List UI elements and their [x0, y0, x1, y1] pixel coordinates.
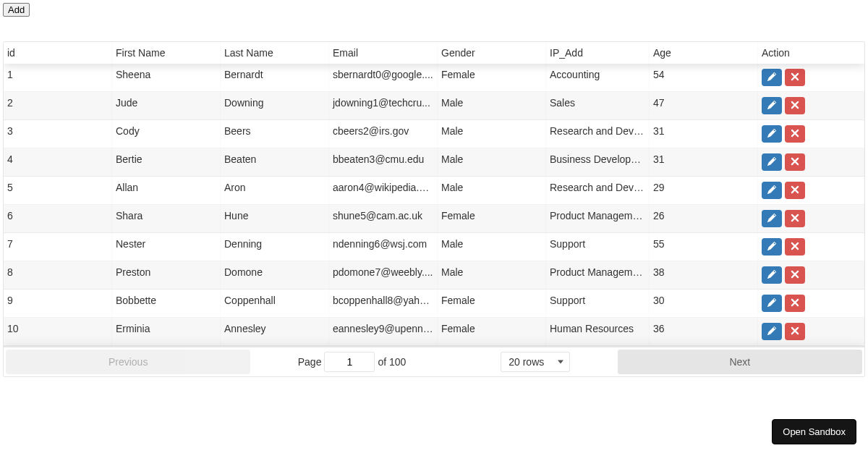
delete-button[interactable] [785, 69, 805, 86]
cell-gender: Female [438, 64, 546, 91]
table-row: 2JudeDowningjdowning1@techcru...MaleSale… [4, 92, 864, 120]
delete-button[interactable] [785, 295, 805, 312]
cell-id: 8 [4, 261, 112, 289]
next-button[interactable]: Next [618, 350, 862, 374]
cell-last-name: Annesley [221, 318, 329, 345]
previous-button[interactable]: Previous [6, 350, 250, 374]
cell-last-name: Denning [221, 233, 329, 261]
edit-button[interactable] [762, 295, 782, 312]
delete-button[interactable] [785, 210, 805, 227]
cell-id: 3 [4, 120, 112, 148]
cell-first-name: Jude [112, 92, 221, 119]
delete-button[interactable] [785, 182, 805, 199]
cell-age: 29 [650, 177, 758, 204]
cell-first-name: Erminia [112, 318, 221, 345]
table-row: 6SharaHuneshune5@cam.ac.ukFemaleProduct … [4, 205, 864, 233]
data-table: id First Name Last Name Email Gender IP_… [3, 41, 865, 377]
cell-age: 38 [650, 261, 758, 289]
cell-last-name: Aron [221, 177, 329, 204]
cell-first-name: Preston [112, 261, 221, 289]
col-header-email[interactable]: Email [329, 42, 438, 64]
cell-email: sbernardt0@google.... [329, 64, 438, 91]
edit-button[interactable] [762, 125, 782, 143]
delete-button[interactable] [785, 153, 805, 171]
cell-ip-add: Support [546, 290, 650, 317]
delete-button[interactable] [785, 97, 805, 114]
cell-email: shune5@cam.ac.uk [329, 205, 438, 232]
page-label: Page [298, 356, 322, 368]
pencil-icon [767, 156, 776, 168]
cell-gender: Male [438, 120, 546, 148]
delete-button[interactable] [785, 323, 805, 340]
pencil-icon [767, 185, 776, 196]
pencil-icon [767, 128, 776, 140]
cell-first-name: Allan [112, 177, 221, 204]
delete-button[interactable] [785, 266, 805, 284]
cell-action [758, 148, 864, 176]
table-row: 4BertieBeatenbbeaten3@cmu.eduMaleBusines… [4, 148, 864, 177]
cell-action [758, 177, 864, 204]
cell-last-name: Beaten [221, 148, 329, 176]
x-icon [791, 156, 799, 168]
cell-gender: Male [438, 92, 546, 119]
cell-id: 1 [4, 64, 112, 91]
cell-last-name: Beers [221, 120, 329, 148]
col-header-gender[interactable]: Gender [438, 42, 546, 64]
edit-button[interactable] [762, 69, 782, 86]
cell-first-name: Sheena [112, 64, 221, 91]
cell-action [758, 233, 864, 261]
cell-id: 6 [4, 205, 112, 232]
page-size-select[interactable]: 20 rows [501, 352, 570, 372]
edit-button[interactable] [762, 153, 782, 171]
pencil-icon [767, 72, 776, 83]
cell-action [758, 120, 864, 148]
edit-button[interactable] [762, 323, 782, 340]
cell-email: ndenning6@wsj.com [329, 233, 438, 261]
col-header-action[interactable]: Action [758, 42, 864, 64]
table-row: 9BobbetteCoppenhallbcoppenhall8@yaho...F… [4, 290, 864, 318]
cell-id: 4 [4, 148, 112, 176]
add-button[interactable]: Add [3, 3, 30, 17]
edit-button[interactable] [762, 182, 782, 199]
cell-first-name: Cody [112, 120, 221, 148]
cell-first-name: Nester [112, 233, 221, 261]
cell-email: eannesley9@upenn.... [329, 318, 438, 345]
table-row: 3CodyBeerscbeers2@irs.govMaleResearch an… [4, 120, 864, 148]
cell-ip-add: Accounting [546, 64, 650, 91]
pencil-icon [767, 100, 776, 111]
edit-button[interactable] [762, 238, 782, 256]
cell-ip-add: Product Management [546, 205, 650, 232]
edit-button[interactable] [762, 266, 782, 284]
page-input[interactable] [324, 352, 375, 372]
cell-first-name: Bobbette [112, 290, 221, 317]
x-icon [791, 72, 799, 83]
cell-action [758, 261, 864, 289]
cell-last-name: Coppenhall [221, 290, 329, 317]
cell-last-name: Bernardt [221, 64, 329, 91]
x-icon [791, 297, 799, 309]
cell-action [758, 92, 864, 119]
cell-ip-add: Support [546, 233, 650, 261]
edit-button[interactable] [762, 97, 782, 114]
col-header-last-name[interactable]: Last Name [221, 42, 329, 64]
col-header-age[interactable]: Age [650, 42, 758, 64]
cell-last-name: Domone [221, 261, 329, 289]
cell-action [758, 64, 864, 91]
col-header-id[interactable]: id [4, 42, 112, 64]
edit-button[interactable] [762, 210, 782, 227]
cell-gender: Male [438, 233, 546, 261]
cell-gender: Male [438, 261, 546, 289]
cell-gender: Male [438, 177, 546, 204]
cell-gender: Female [438, 205, 546, 232]
cell-ip-add: Business Developme... [546, 148, 650, 176]
col-header-ip-add[interactable]: IP_Add [546, 42, 650, 64]
open-sandbox-button[interactable]: Open Sandbox [772, 419, 856, 444]
x-icon [791, 213, 799, 224]
cell-age: 31 [650, 120, 758, 148]
delete-button[interactable] [785, 125, 805, 143]
delete-button[interactable] [785, 238, 805, 256]
x-icon [791, 326, 799, 337]
pencil-icon [767, 326, 776, 337]
page-size-value: 20 rows [509, 356, 544, 368]
col-header-first-name[interactable]: First Name [112, 42, 221, 64]
